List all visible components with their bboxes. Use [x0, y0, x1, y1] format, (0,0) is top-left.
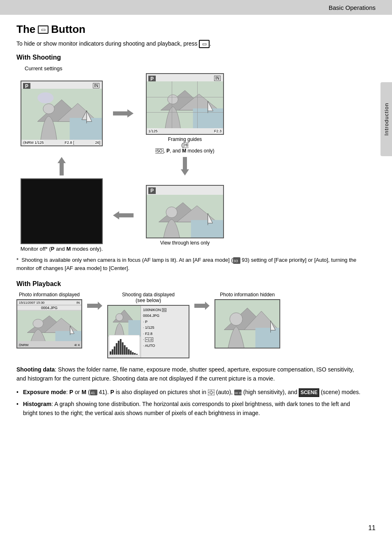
sd-shutter: 1/125	[145, 325, 154, 330]
camera-screen-4: P	[146, 185, 224, 238]
right-arrow-svg	[111, 107, 136, 120]
pb-counter: 4/ 4	[74, 343, 80, 347]
pb-bottom-bar: ⎙NRM 4/ 4	[17, 343, 81, 347]
svg-point-40	[116, 314, 123, 321]
camera-screen-1: P IN	[21, 81, 103, 146]
photo-hidden-screen	[214, 299, 280, 348]
arrow-down-1	[179, 155, 191, 178]
main-content: The ▭ Button To hide or show monitor ind…	[0, 15, 392, 430]
playback-section: With Playback Photo information displaye…	[16, 280, 363, 358]
down-arrow-svg	[179, 155, 191, 178]
shooting-section: With Shooting Current settings P IN	[16, 54, 363, 272]
memory-icon-1: IN	[93, 83, 99, 88]
svg-rect-60	[256, 328, 280, 348]
svg-rect-32	[55, 331, 81, 341]
header-bar: Basic Operations	[0, 0, 392, 15]
current-settings-screen: P IN	[21, 81, 103, 146]
svg-rect-13	[193, 108, 223, 128]
svg-rect-55	[136, 354, 138, 355]
sd-mode: P	[145, 320, 148, 324]
bullet-histogram: Histogram: A graph showing tone distribu…	[16, 399, 363, 418]
view-through-lens-screen: P View through	[146, 185, 224, 246]
sd-iso: AUTO	[145, 344, 155, 348]
left-arrow-svg	[111, 209, 136, 222]
page-number: 11	[368, 524, 376, 532]
cam-info-bar-1: ⎙NRM 1/125 F2.8 [ 26]	[21, 141, 102, 145]
sd-aperture: F2.8	[145, 332, 152, 336]
monitor-off-label: Monitor off* (P and M modes only).	[21, 246, 103, 252]
shooting-data-screen-col: Shooting data displayed(see below)	[107, 292, 189, 358]
svg-point-3	[37, 92, 53, 104]
header-title: Basic Operations	[329, 4, 376, 11]
side-tab: Introduction	[380, 82, 392, 156]
svg-rect-49	[124, 345, 126, 355]
scene-badge: SCENE	[299, 388, 319, 397]
pb-filename: 0004.JPG	[17, 306, 81, 310]
exposure-term: Exposure mode	[23, 389, 66, 395]
sd-folder: 100NIKON	[143, 308, 161, 312]
camera-screen-3	[21, 178, 103, 244]
arrow-up-1	[55, 155, 68, 178]
shooting-data-desc: Shooting data: Shows the folder name, fi…	[16, 365, 363, 383]
footnote-star: *	[16, 257, 20, 263]
svg-point-5	[43, 104, 54, 114]
svg-text:HI ISO: HI ISO	[235, 391, 242, 395]
svg-rect-47	[120, 339, 122, 355]
framing-guides-label: Framing guides(HIISO, P, and M modes onl…	[155, 136, 214, 154]
pb-right-arrow-svg	[85, 300, 104, 312]
monitor-off-screen: Monitor off* (P and M modes only).	[21, 178, 103, 252]
up-arrow-svg	[55, 155, 68, 178]
photo-info-screen: 15/11/2007 15:30 IN 0004.JPG	[16, 299, 82, 348]
cam-info-bar-2: 1/125 F2.3	[147, 129, 223, 133]
shooting-heading: With Shooting	[16, 54, 363, 61]
bullet-list: Exposure mode: P or M (41 41). P is also…	[16, 388, 363, 418]
shoot-data-screen: 100NIKON IN 0004.JPG · P · 1/125 · F2.8 …	[107, 305, 189, 358]
svg-marker-9	[113, 109, 134, 118]
pb-hidden-scene	[215, 300, 279, 348]
framing-guides-screen: P IN	[146, 73, 224, 154]
sd-filename: 0004.JPG	[143, 313, 187, 318]
intro-text-content: To hide or show monitor indicators durin…	[16, 40, 197, 47]
view-through-lens-label: View through lens only	[160, 240, 210, 246]
svg-rect-52	[130, 351, 131, 355]
pb-info-top: 15/11/2007 15:30 IN	[17, 301, 81, 305]
monitor-button-icon: ▭	[38, 25, 48, 34]
svg-point-14	[168, 95, 178, 104]
svg-point-33	[33, 319, 43, 328]
photo-info-label: Photo information displayed	[19, 292, 80, 298]
shoot-data-left	[108, 306, 141, 358]
shooting-data-label: Shooting data displayed(see below)	[122, 292, 175, 303]
svg-marker-36	[87, 302, 102, 310]
side-tab-label: Introduction	[383, 103, 390, 136]
bullet-exposure: Exposure mode: P or M (41 41). P is also…	[16, 388, 363, 397]
shooting-diagrams: P IN	[16, 73, 363, 252]
svg-text:41: 41	[91, 391, 95, 395]
playback-diagrams: Photo information displayed 15/11/2007 1…	[16, 292, 363, 358]
title-suffix: Button	[51, 23, 85, 36]
inline-button-icon: ▭	[199, 40, 210, 48]
svg-rect-45	[116, 343, 118, 355]
svg-rect-50	[126, 347, 127, 355]
arrow-left-1	[111, 209, 136, 222]
camera-screen-2: P IN	[146, 73, 224, 135]
histogram-term: Histogram	[23, 401, 51, 407]
intro-text: To hide or show monitor indicators durin…	[16, 40, 363, 48]
svg-rect-44	[114, 346, 115, 355]
svg-point-61	[230, 313, 242, 325]
svg-marker-19	[113, 211, 134, 219]
svg-rect-48	[122, 342, 124, 355]
svg-rect-4	[70, 118, 102, 140]
svg-rect-53	[132, 352, 134, 355]
svg-point-24	[166, 207, 177, 217]
pb-scene	[17, 311, 81, 341]
svg-rect-46	[118, 341, 120, 355]
svg-rect-43	[112, 349, 113, 355]
pb-mem-icon: IN	[76, 301, 80, 305]
shooting-data-term: Shooting data	[16, 366, 55, 373]
svg-marker-56	[194, 302, 210, 310]
p-badge-4: P	[148, 187, 156, 194]
pb-arrow-right-2	[189, 300, 214, 312]
histogram-area	[109, 335, 140, 355]
title-prefix: The	[16, 23, 35, 36]
svg-marker-18	[181, 157, 189, 175]
